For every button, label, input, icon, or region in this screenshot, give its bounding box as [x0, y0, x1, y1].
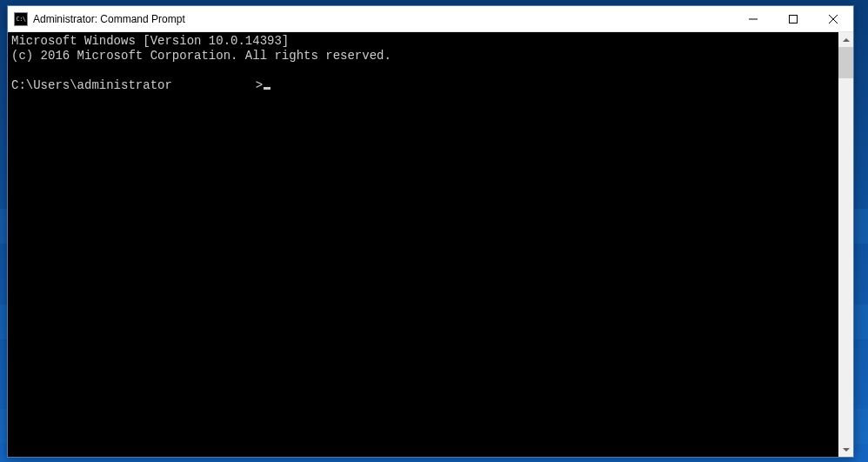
- scroll-down-button[interactable]: [838, 442, 853, 457]
- svg-rect-1: [790, 15, 798, 23]
- close-button[interactable]: [813, 6, 853, 31]
- prompt-char: >: [256, 78, 263, 92]
- maximize-button[interactable]: [773, 6, 813, 31]
- terminal-line: (c) 2016 Microsoft Corporation. All righ…: [11, 49, 835, 64]
- window-title: Administrator: Command Prompt: [33, 13, 733, 25]
- cmd-icon: C:\: [14, 12, 28, 26]
- vertical-scrollbar[interactable]: [838, 32, 853, 457]
- cursor: [264, 87, 270, 90]
- chevron-up-icon: [843, 37, 850, 44]
- client-area: Microsoft Windows [Version 10.0.14393](c…: [8, 32, 853, 457]
- prompt-path: C:\Users\administrator: [11, 78, 172, 92]
- terminal-line: [11, 64, 835, 78]
- minimize-button[interactable]: [733, 6, 773, 31]
- terminal-prompt-line: C:\Users\administrator>: [11, 78, 835, 93]
- scrollbar-track[interactable]: [838, 47, 853, 442]
- titlebar[interactable]: C:\ Administrator: Command Prompt: [8, 6, 853, 32]
- window-controls: [733, 6, 853, 31]
- command-prompt-window: C:\ Administrator: Command Prompt Micros…: [7, 5, 854, 458]
- chevron-down-icon: [843, 446, 850, 453]
- scroll-up-button[interactable]: [838, 32, 853, 47]
- svg-rect-0: [749, 18, 758, 19]
- maximize-icon: [789, 15, 798, 23]
- terminal-line: Microsoft Windows [Version 10.0.14393]: [11, 34, 835, 49]
- terminal-output[interactable]: Microsoft Windows [Version 10.0.14393](c…: [8, 32, 838, 457]
- minimize-icon: [749, 15, 758, 23]
- close-icon: [829, 15, 838, 23]
- scrollbar-thumb[interactable]: [838, 47, 853, 78]
